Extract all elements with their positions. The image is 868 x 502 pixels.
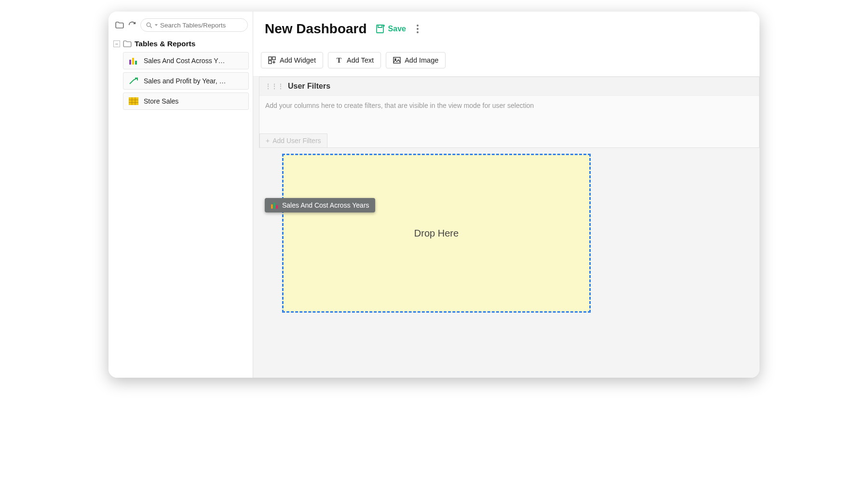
more-menu-icon[interactable] (415, 23, 420, 35)
page-title: New Dashboard (265, 21, 367, 37)
folder-icon[interactable] (115, 21, 124, 29)
svg-rect-4 (129, 97, 138, 105)
refresh-icon[interactable] (128, 21, 136, 29)
drag-ghost-label: Sales And Cost Across Years (282, 201, 369, 209)
sidebar-item-label: Store Sales (144, 97, 178, 105)
grip-icon: ⋮⋮⋮ (265, 83, 284, 90)
sidebar-tree: − Tables & Reports Sales And Cost Acr (108, 37, 253, 117)
svg-rect-2 (132, 58, 134, 65)
svg-rect-5 (377, 25, 383, 33)
svg-rect-3 (135, 61, 137, 65)
text-icon: T (335, 56, 343, 64)
save-button[interactable]: Save (376, 24, 406, 34)
svg-rect-8 (269, 61, 271, 64)
sidebar-item-sales-profit[interactable]: Sales and Profit by Year, … (123, 72, 249, 90)
chevron-down-icon (154, 23, 158, 27)
button-label: Add User Filters (272, 137, 321, 145)
button-label: Add Text (347, 56, 374, 64)
svg-rect-7 (272, 57, 275, 60)
tree-header[interactable]: − Tables & Reports (112, 37, 249, 52)
sidebar: − Tables & Reports Sales And Cost Acr (108, 12, 253, 378)
sidebar-item-sales-cost[interactable]: Sales And Cost Across Y… (123, 52, 249, 69)
user-filters-header[interactable]: ⋮⋮⋮ User Filters (259, 77, 759, 96)
button-label: Add Image (405, 56, 438, 64)
widget-icon (268, 56, 276, 64)
user-filters-description: Add your columns here to create filters,… (259, 96, 759, 133)
app-window: − Tables & Reports Sales And Cost Acr (108, 12, 760, 378)
bar-chart-icon (271, 202, 279, 209)
trend-up-icon (128, 77, 139, 85)
main-header: New Dashboard Save (253, 12, 760, 43)
image-icon (393, 56, 401, 64)
svg-point-0 (147, 23, 150, 26)
search-icon (146, 22, 152, 28)
sidebar-item-store-sales[interactable]: Store Sales (123, 92, 249, 110)
table-grid-icon (128, 97, 139, 106)
drop-label: Drop Here (414, 228, 459, 239)
canvas-area[interactable]: ⋮⋮⋮ User Filters Add your columns here t… (253, 77, 760, 378)
search-input[interactable] (160, 22, 243, 29)
svg-rect-6 (269, 57, 271, 60)
collapse-icon[interactable]: − (113, 40, 120, 47)
svg-rect-11 (271, 204, 273, 209)
user-filters-title: User Filters (288, 82, 330, 91)
svg-point-10 (395, 59, 396, 60)
add-image-button[interactable]: Add Image (386, 52, 446, 68)
dashboard-toolbar: Add Widget T Add Text Add Image (253, 43, 760, 77)
drop-zone[interactable]: Drop Here (282, 154, 591, 313)
add-user-filters-button[interactable]: + Add User Filters (259, 133, 327, 147)
user-filters-panel: ⋮⋮⋮ User Filters Add your columns here t… (259, 77, 760, 148)
svg-rect-13 (276, 205, 278, 209)
svg-rect-12 (273, 203, 275, 209)
save-icon (376, 24, 385, 34)
svg-rect-9 (393, 57, 400, 63)
sidebar-item-label: Sales and Profit by Year, … (144, 77, 226, 85)
button-label: Add Widget (280, 56, 316, 64)
sidebar-toolbar (108, 12, 253, 37)
drag-ghost[interactable]: Sales And Cost Across Years (265, 198, 375, 212)
add-text-button[interactable]: T Add Text (328, 52, 381, 68)
tree-title: Tables & Reports (135, 40, 195, 48)
main-area: New Dashboard Save (253, 12, 760, 378)
plus-icon: + (266, 137, 270, 145)
add-widget-button[interactable]: Add Widget (261, 52, 323, 68)
drop-zone-wrap: Drop Here Sales And Cost Across Years (282, 154, 731, 313)
bar-chart-icon (128, 56, 139, 65)
save-label: Save (388, 25, 406, 33)
sidebar-item-label: Sales And Cost Across Y… (144, 57, 225, 65)
search-input-wrap[interactable] (140, 18, 248, 32)
folder-open-icon (123, 40, 132, 47)
svg-rect-1 (129, 60, 131, 65)
